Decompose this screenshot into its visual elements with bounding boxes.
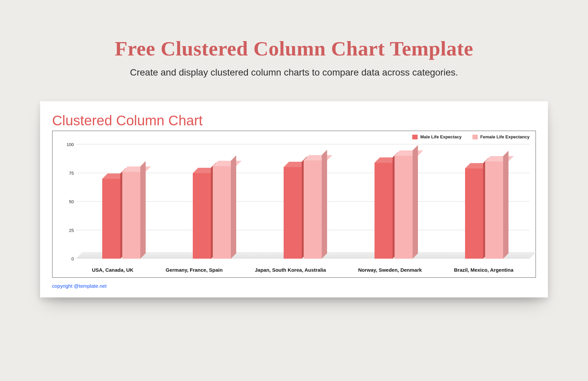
bar-front-face	[102, 179, 120, 259]
bar-front-face	[395, 156, 413, 259]
legend-swatch-female	[472, 135, 478, 139]
bar-cluster	[192, 166, 232, 259]
bar-top-face	[485, 156, 514, 161]
bar-front-face	[193, 173, 211, 259]
bar-side-face	[322, 150, 327, 259]
bar-cluster	[101, 172, 141, 259]
page-title: Free Clustered Column Chart Template	[0, 37, 588, 60]
bar-top-face	[213, 161, 242, 166]
legend-label-female: Female Life Expectancy	[480, 134, 530, 139]
chart-title: Clustered Column Chart	[52, 113, 536, 129]
bar-front-face	[122, 172, 140, 259]
y-tick-label: 100	[66, 142, 74, 147]
x-tick-label: Germany, France, Spain	[166, 267, 223, 273]
bar-side-face	[231, 155, 236, 259]
legend-label-male: Male Life Expectacy	[420, 134, 462, 139]
x-tick-label: Brazil, Mexico, Argentina	[454, 267, 513, 273]
copyright-text: copyright @template.net	[52, 283, 536, 289]
bar-front-face	[485, 161, 503, 259]
legend-item-female: Female Life Expectancy	[472, 134, 530, 139]
bar-female	[485, 161, 503, 259]
y-tick-label: 25	[69, 228, 74, 233]
x-tick-label: USA, Canada, UK	[92, 267, 133, 273]
bar-clusters	[76, 145, 530, 259]
bar-cluster	[283, 160, 323, 259]
y-axis: 0255075100	[62, 145, 76, 259]
bar-female	[122, 172, 140, 259]
bar-side-face	[140, 161, 146, 259]
bar-female	[304, 160, 322, 259]
bar-cluster	[464, 161, 504, 259]
y-tick-label: 75	[69, 170, 74, 175]
bar-male	[102, 179, 120, 259]
page-subtitle: Create and display clustered column char…	[0, 67, 588, 78]
bar-front-face	[213, 166, 231, 259]
x-tick-label: Norway, Sweden, Denmark	[358, 267, 422, 273]
bar-front-face	[304, 160, 322, 259]
bar-male	[284, 167, 302, 259]
gridline	[76, 144, 530, 144]
bar-top-face	[304, 155, 332, 160]
bar-male	[375, 163, 393, 259]
chart-legend: Male Life Expectacy Female Life Expectan…	[412, 134, 530, 139]
bar-top-face	[122, 166, 151, 172]
chart-plot-box: Male Life Expectacy Female Life Expectan…	[52, 131, 536, 278]
bar-top-face	[395, 150, 423, 156]
bar-front-face	[465, 168, 483, 259]
bar-cluster	[374, 156, 414, 259]
plot-area: 0255075100	[76, 145, 530, 259]
bar-female	[395, 156, 413, 259]
legend-item-male: Male Life Expectacy	[412, 134, 462, 139]
x-tick-label: Japan, South Korea, Australia	[255, 267, 326, 273]
bar-front-face	[284, 167, 302, 259]
y-tick-label: 50	[69, 199, 74, 204]
bar-male	[193, 173, 211, 259]
x-axis-labels: USA, Canada, UKGermany, France, SpainJap…	[76, 267, 530, 273]
bar-female	[213, 166, 231, 259]
bar-male	[465, 168, 483, 259]
legend-swatch-male	[412, 135, 418, 139]
y-tick-label: 0	[71, 256, 74, 261]
chart-card: Clustered Column Chart Male Life Expecta…	[40, 101, 548, 297]
bar-side-face	[503, 151, 508, 259]
bar-side-face	[413, 145, 418, 259]
bar-front-face	[375, 163, 393, 259]
